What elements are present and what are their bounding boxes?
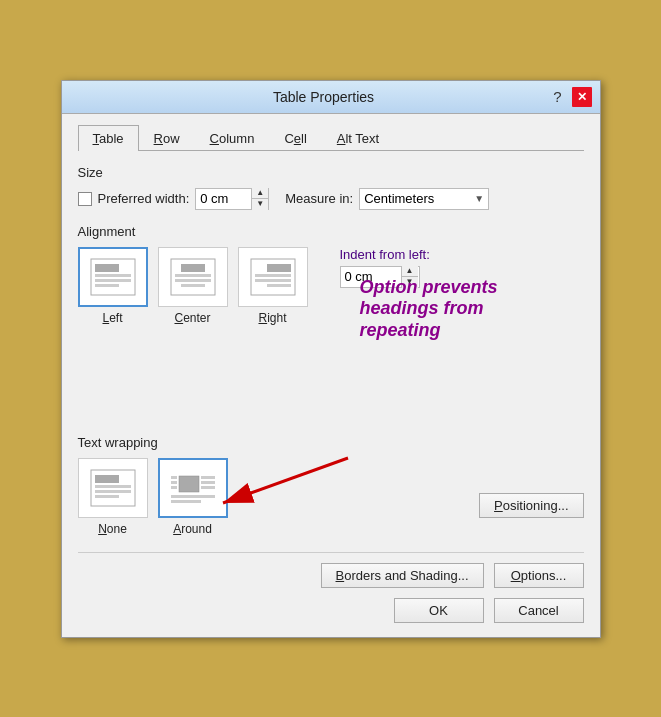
width-input[interactable] xyxy=(196,189,251,209)
ok-cancel-buttons: OK Cancel xyxy=(78,598,584,623)
indent-annotation-area: Indent from left: ▲ ▼ Option prevents he… xyxy=(340,247,584,288)
align-right-box[interactable] xyxy=(238,247,308,307)
svg-rect-13 xyxy=(255,279,291,282)
alignment-options: Left Center xyxy=(78,247,308,325)
size-row: Preferred width: ▲ ▼ Measure in: Centime… xyxy=(78,188,584,210)
align-center-label: Center xyxy=(174,311,210,325)
svg-rect-3 xyxy=(95,279,131,282)
borders-and-shading-button[interactable]: Borders and Shading... xyxy=(321,563,484,588)
positioning-button[interactable]: Positioning... xyxy=(479,493,583,518)
align-right-label: Right xyxy=(258,311,286,325)
svg-rect-17 xyxy=(95,485,131,488)
width-spinner-down[interactable]: ▼ xyxy=(252,199,268,210)
alignment-section: Alignment xyxy=(78,224,584,325)
svg-rect-6 xyxy=(181,264,205,272)
measure-dropdown-icon: ▼ xyxy=(474,193,484,204)
annotation-arrow xyxy=(168,448,368,538)
options-button[interactable]: Options... xyxy=(494,563,584,588)
wrap-none-label: None xyxy=(98,522,127,536)
svg-rect-12 xyxy=(255,274,291,277)
svg-rect-9 xyxy=(181,284,205,287)
svg-rect-4 xyxy=(95,284,119,287)
preferred-width-checkbox[interactable] xyxy=(78,192,92,206)
close-button[interactable]: ✕ xyxy=(572,87,592,107)
width-spinner-up[interactable]: ▲ xyxy=(252,188,268,199)
indent-spinner-up[interactable]: ▲ xyxy=(402,266,418,277)
align-left-box[interactable] xyxy=(78,247,148,307)
positioning-button-area: Positioning... xyxy=(479,493,583,518)
size-label: Size xyxy=(78,165,584,180)
dialog-body: Table Row Column Cell Alt Text Size Pref… xyxy=(62,114,600,637)
align-option-right: Right xyxy=(238,247,308,325)
tab-row[interactable]: Row xyxy=(139,125,195,151)
measure-select[interactable]: Centimeters ▼ xyxy=(359,188,489,210)
svg-line-30 xyxy=(223,458,348,503)
cancel-button[interactable]: Cancel xyxy=(494,598,584,623)
width-spinner[interactable]: ▲ ▼ xyxy=(195,188,269,210)
dialog-title: Table Properties xyxy=(100,89,548,105)
svg-rect-19 xyxy=(95,495,119,498)
annotation-text: Option prevents headings from repeating xyxy=(360,277,550,342)
tab-table[interactable]: Table xyxy=(78,125,139,151)
wrap-none-icon xyxy=(89,468,137,508)
tab-bar: Table Row Column Cell Alt Text xyxy=(78,124,584,151)
width-spinner-buttons: ▲ ▼ xyxy=(251,188,268,210)
measure-value: Centimeters xyxy=(364,191,434,206)
title-bar: Table Properties ? ✕ xyxy=(62,81,600,114)
align-center-box[interactable] xyxy=(158,247,228,307)
svg-rect-7 xyxy=(175,274,211,277)
svg-rect-8 xyxy=(175,279,211,282)
align-right-icon xyxy=(249,257,297,297)
help-button[interactable]: ? xyxy=(548,87,568,107)
svg-rect-14 xyxy=(267,284,291,287)
wrap-option-none: None xyxy=(78,458,148,536)
svg-rect-11 xyxy=(267,264,291,272)
alignment-label: Alignment xyxy=(78,224,584,239)
indent-label: Indent from left: xyxy=(340,247,584,262)
align-left-label: Left xyxy=(102,311,122,325)
svg-rect-2 xyxy=(95,274,131,277)
tab-alt-text[interactable]: Alt Text xyxy=(322,125,394,151)
size-section: Size Preferred width: ▲ ▼ Measure in: Ce… xyxy=(78,165,584,210)
bottom-section: Borders and Shading... Options... OK Can… xyxy=(78,552,584,623)
svg-rect-16 xyxy=(95,475,119,483)
wrap-row: None xyxy=(78,458,584,538)
align-option-center: Center xyxy=(158,247,228,325)
tab-cell[interactable]: Cell xyxy=(269,125,321,151)
measure-label: Measure in: xyxy=(285,191,353,206)
svg-rect-18 xyxy=(95,490,131,493)
alignment-row: Left Center xyxy=(78,247,584,325)
table-properties-dialog: Table Properties ? ✕ Table Row Column Ce… xyxy=(61,80,601,638)
tab-column[interactable]: Column xyxy=(195,125,270,151)
svg-rect-1 xyxy=(95,264,119,272)
mid-buttons: Borders and Shading... Options... xyxy=(78,563,584,588)
ok-button[interactable]: OK xyxy=(394,598,484,623)
text-wrapping-section: Text wrapping xyxy=(78,435,584,538)
arrow-area xyxy=(228,458,480,538)
wrap-none-box[interactable] xyxy=(78,458,148,518)
align-center-icon xyxy=(169,257,217,297)
preferred-width-label: Preferred width: xyxy=(98,191,190,206)
align-left-icon xyxy=(89,257,137,297)
title-bar-controls: ? ✕ xyxy=(548,87,592,107)
align-option-left: Left xyxy=(78,247,148,325)
